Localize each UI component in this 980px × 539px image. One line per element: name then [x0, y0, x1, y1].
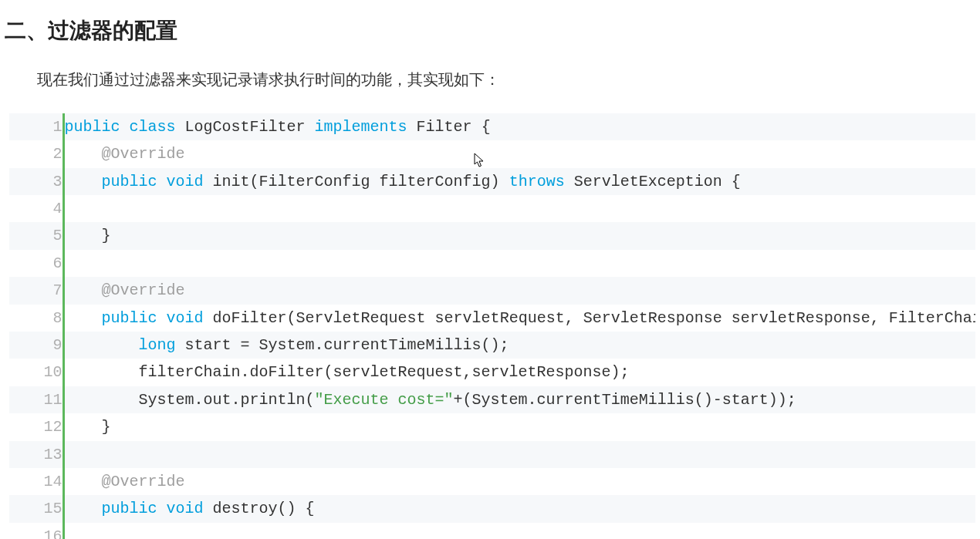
line-number: 12: [9, 413, 63, 440]
code-line: 4: [9, 195, 975, 222]
code-content: long start = System.currentTimeMillis();: [63, 332, 975, 359]
code-content: filterChain.doFilter(servletRequest,serv…: [63, 359, 975, 386]
line-number: 7: [9, 277, 63, 304]
code-line: 1public class LogCostFilter implements F…: [9, 113, 975, 140]
code-content: [63, 441, 975, 468]
line-number: 8: [9, 305, 63, 332]
code-content: public class LogCostFilter implements Fi…: [63, 113, 975, 140]
code-line: 12 }: [9, 413, 975, 440]
line-number: 3: [9, 168, 63, 195]
code-line: 15 public void destroy() {: [9, 495, 975, 522]
line-number: 6: [9, 250, 63, 277]
line-number: 5: [9, 222, 63, 249]
code-line: 8 public void doFilter(ServletRequest se…: [9, 305, 975, 332]
line-number: 9: [9, 332, 63, 359]
code-content: [63, 250, 975, 277]
line-number: 14: [9, 468, 63, 495]
code-line: 3 public void init(FilterConfig filterCo…: [9, 168, 975, 195]
section-heading: 二、过滤器的配置: [5, 14, 980, 49]
intro-paragraph: 现在我们通过过滤器来实现记录请求执行时间的功能，其实现如下：: [37, 67, 980, 92]
code-content: System.out.println("Execute cost="+(Syst…: [63, 386, 975, 413]
line-number: 13: [9, 441, 63, 468]
code-content: public void init(FilterConfig filterConf…: [63, 168, 975, 195]
code-content: [63, 523, 975, 539]
code-line: 5 }: [9, 222, 975, 249]
line-number: 2: [9, 140, 63, 167]
code-line: 14 @Override: [9, 468, 975, 495]
code-line: 11 System.out.println("Execute cost="+(S…: [9, 386, 975, 413]
code-content: @Override: [63, 468, 975, 495]
line-number: 11: [9, 386, 63, 413]
code-line: 9 long start = System.currentTimeMillis(…: [9, 332, 975, 359]
line-number: 10: [9, 359, 63, 386]
line-number: 4: [9, 195, 63, 222]
code-block: 1public class LogCostFilter implements F…: [9, 113, 975, 539]
code-content: public void doFilter(ServletRequest serv…: [63, 305, 975, 332]
line-number: 1: [9, 113, 63, 140]
line-number: 15: [9, 495, 63, 522]
code-table: 1public class LogCostFilter implements F…: [9, 113, 975, 539]
code-line: 6: [9, 250, 975, 277]
code-line: 10 filterChain.doFilter(servletRequest,s…: [9, 359, 975, 386]
code-line: 2 @Override: [9, 140, 975, 167]
code-line: 16: [9, 523, 975, 539]
code-content: @Override: [63, 277, 975, 304]
code-line: 7 @Override: [9, 277, 975, 304]
line-number: 16: [9, 523, 63, 539]
code-line: 13: [9, 441, 975, 468]
code-content: [63, 195, 975, 222]
code-content: }: [63, 413, 975, 440]
code-content: public void destroy() {: [63, 495, 975, 522]
code-content: @Override: [63, 140, 975, 167]
code-content: }: [63, 222, 975, 249]
